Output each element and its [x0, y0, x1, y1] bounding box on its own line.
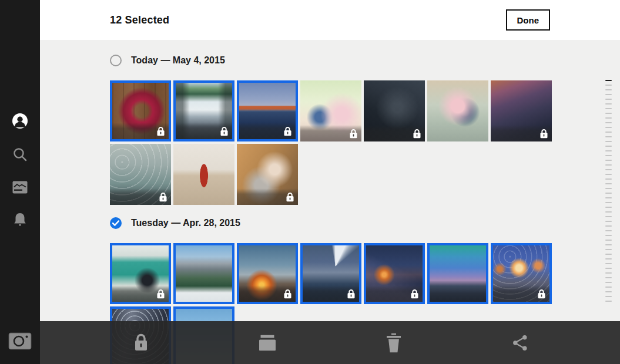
photo-girl-teddy-bear[interactable] — [237, 144, 298, 205]
scrubber-tick — [605, 301, 612, 302]
photo-half-dome-sunset[interactable] — [491, 80, 552, 141]
photo-half-dome-night[interactable] — [364, 80, 425, 141]
scrubber-tick — [605, 197, 612, 198]
lock-badge-icon — [156, 289, 165, 299]
photo-couple-blossoms[interactable] — [300, 80, 361, 141]
share-icon — [512, 343, 528, 353]
search-icon[interactable] — [12, 147, 28, 162]
date-group-header: Tuesday — Apr. 28, 2015 — [110, 217, 620, 229]
bottom-toolbar — [40, 321, 620, 364]
scrubber-tick — [605, 169, 612, 170]
scrubber-tick — [605, 94, 612, 95]
scrubber-tick — [605, 221, 612, 222]
scrubber-tick — [605, 164, 612, 166]
photo-woman-red-suitcase[interactable] — [173, 144, 234, 205]
scrubber-tick — [605, 193, 612, 194]
scrubber-tick — [605, 254, 612, 255]
date-header-label: Today — May 4, 2015 — [131, 55, 225, 66]
lock-badge-icon — [220, 126, 229, 136]
scrubber-tick — [605, 240, 612, 241]
scrubber-tick-current — [605, 80, 612, 81]
scrubber-tick — [605, 132, 612, 133]
scrubber-tick — [605, 291, 612, 292]
photo-beach-campfire[interactable] — [237, 243, 298, 304]
scrubber-tick — [605, 282, 612, 283]
scrubber-tick — [605, 174, 612, 175]
lock-badge-icon — [410, 289, 419, 299]
notifications-icon[interactable] — [13, 212, 27, 227]
selection-header: 12 Selected Done — [40, 0, 620, 40]
scrubber-tick — [605, 211, 612, 213]
scrubber-tick — [605, 202, 612, 203]
lock-badge-icon — [283, 126, 292, 136]
photo-grid: Today — May 4, 2015Tuesday — Apr. 28, 20… — [40, 40, 620, 364]
scrubber-tick — [605, 178, 612, 180]
scrubber-tick — [605, 146, 612, 147]
collection-icon — [259, 342, 276, 352]
account-icon[interactable] — [12, 113, 28, 129]
scrubber-tick — [605, 160, 612, 161]
scrubber-tick — [605, 235, 612, 236]
scrollbar-scrubber[interactable] — [605, 80, 612, 305]
lock-badge-icon — [283, 289, 292, 299]
scrubber-tick — [605, 258, 612, 259]
photo-milky-way-lake[interactable] — [364, 243, 425, 304]
photo-matterhorn-peak[interactable] — [300, 243, 361, 304]
lock-badge-icon — [159, 192, 167, 202]
scrubber-tick — [605, 287, 612, 288]
delete-button[interactable] — [386, 333, 402, 352]
date-checkbox-unchecked[interactable] — [110, 55, 122, 66]
scrubber-tick — [605, 207, 612, 208]
photo-yosemite-valley-snow[interactable] — [173, 243, 234, 304]
scrubber-tick — [605, 263, 612, 264]
photo-aurora-mountains[interactable] — [427, 243, 488, 304]
sidebar — [0, 0, 40, 364]
scrubber-tick — [605, 272, 612, 274]
scrubber-tick — [605, 183, 612, 184]
photos-icon[interactable] — [12, 181, 28, 194]
scrubber-tick — [605, 141, 612, 142]
lock-badge-icon — [413, 129, 421, 139]
lock-badge-icon — [156, 126, 165, 136]
lock-badge-icon — [349, 129, 358, 139]
scrubber-tick — [605, 155, 612, 156]
scrubber-tick — [605, 122, 612, 123]
scrubber-tick — [605, 117, 612, 119]
trash-icon — [386, 344, 402, 354]
photo-birdhouse-bird[interactable] — [110, 243, 171, 304]
scrubber-tick — [605, 136, 612, 137]
scrubber-tick — [605, 216, 612, 217]
photo-berry-wreath[interactable] — [110, 80, 171, 141]
scrubber-tick — [605, 108, 612, 109]
date-checkbox-checked[interactable] — [110, 217, 122, 229]
photo-waterfall[interactable] — [173, 80, 234, 141]
scrubber-tick — [605, 249, 612, 250]
date-group: Today — May 4, 2015 — [110, 55, 620, 205]
share-button[interactable] — [512, 335, 528, 351]
date-header-label: Tuesday — Apr. 28, 2015 — [131, 218, 240, 228]
lock-button[interactable] — [132, 333, 150, 353]
scrubber-tick — [605, 127, 612, 128]
date-group-header: Today — May 4, 2015 — [110, 55, 620, 66]
photo-rainy-window[interactable] — [110, 144, 171, 205]
camera-icon[interactable] — [8, 332, 32, 350]
photo-rain-bokeh-lights[interactable] — [491, 243, 552, 304]
lock-badge-icon — [286, 192, 294, 202]
scrubber-tick — [605, 89, 612, 90]
selection-count-title: 12 Selected — [110, 14, 169, 26]
done-button[interactable]: Done — [506, 9, 551, 31]
lock-badge-icon — [539, 129, 548, 139]
scrubber-tick — [605, 188, 612, 189]
scrubber-tick — [605, 277, 612, 278]
collections-button[interactable] — [259, 335, 276, 350]
scrubber-tick — [605, 113, 612, 114]
photo-row — [110, 243, 620, 304]
scrubber-tick — [605, 230, 612, 231]
scrubber-tick — [605, 268, 612, 269]
photo-golden-gate-bridge[interactable] — [237, 80, 298, 141]
photo-couple-bench[interactable] — [427, 80, 488, 141]
scrubber-tick — [605, 244, 612, 245]
scrubber-tick — [605, 99, 612, 100]
scrubber-tick — [605, 103, 612, 105]
lock-badge-icon — [347, 289, 356, 299]
